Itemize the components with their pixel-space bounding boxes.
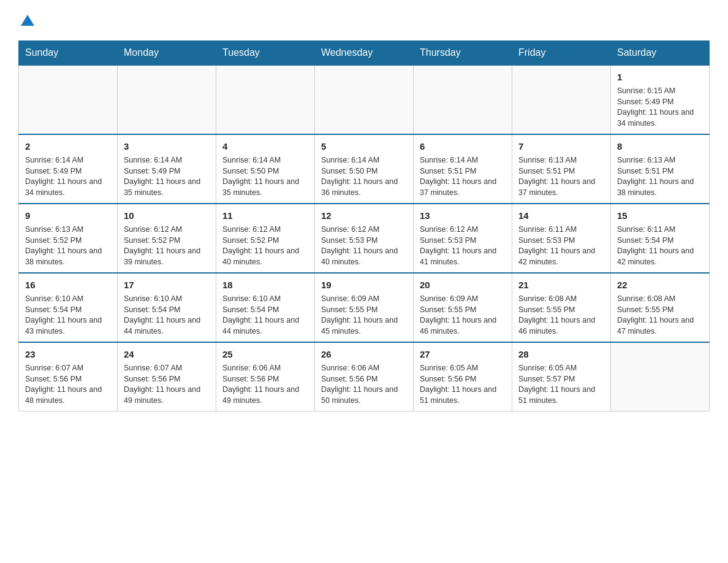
day-number: 11	[222, 209, 308, 222]
calendar-cell	[216, 65, 315, 134]
column-header-tuesday: Tuesday	[216, 41, 315, 66]
calendar-cell: 7Sunrise: 6:13 AM Sunset: 5:51 PM Daylig…	[512, 134, 611, 204]
day-number: 19	[321, 278, 407, 291]
day-info: Sunrise: 6:12 AM Sunset: 5:52 PM Dayligh…	[124, 224, 210, 267]
calendar-cell: 12Sunrise: 6:12 AM Sunset: 5:53 PM Dayli…	[315, 204, 414, 273]
day-info: Sunrise: 6:07 AM Sunset: 5:56 PM Dayligh…	[124, 363, 210, 406]
day-number: 25	[222, 348, 308, 361]
column-header-monday: Monday	[118, 41, 216, 66]
day-info: Sunrise: 6:14 AM Sunset: 5:51 PM Dayligh…	[420, 155, 506, 198]
day-info: Sunrise: 6:07 AM Sunset: 5:56 PM Dayligh…	[25, 363, 111, 406]
calendar-cell: 25Sunrise: 6:06 AM Sunset: 5:56 PM Dayli…	[216, 342, 315, 412]
calendar-week-row: 9Sunrise: 6:13 AM Sunset: 5:52 PM Daylig…	[19, 204, 710, 273]
calendar-table: SundayMondayTuesdayWednesdayThursdayFrid…	[18, 40, 710, 412]
calendar-cell: 3Sunrise: 6:14 AM Sunset: 5:49 PM Daylig…	[118, 134, 216, 204]
calendar-cell: 15Sunrise: 6:11 AM Sunset: 5:54 PM Dayli…	[611, 204, 710, 273]
day-info: Sunrise: 6:15 AM Sunset: 5:49 PM Dayligh…	[617, 86, 703, 129]
calendar-cell: 9Sunrise: 6:13 AM Sunset: 5:52 PM Daylig…	[19, 204, 118, 273]
day-number: 6	[420, 140, 506, 153]
day-number: 22	[617, 278, 703, 291]
page-header	[18, 12, 710, 28]
column-header-saturday: Saturday	[611, 41, 710, 66]
day-number: 15	[617, 209, 703, 222]
logo-triangle-icon	[21, 15, 34, 26]
calendar-cell: 20Sunrise: 6:09 AM Sunset: 5:55 PM Dayli…	[414, 273, 512, 342]
calendar-cell: 10Sunrise: 6:12 AM Sunset: 5:52 PM Dayli…	[118, 204, 216, 273]
column-header-friday: Friday	[512, 41, 611, 66]
calendar-week-row: 23Sunrise: 6:07 AM Sunset: 5:56 PM Dayli…	[19, 342, 710, 412]
calendar-week-row: 1Sunrise: 6:15 AM Sunset: 5:49 PM Daylig…	[19, 65, 710, 134]
day-number: 16	[25, 278, 111, 291]
calendar-week-row: 16Sunrise: 6:10 AM Sunset: 5:54 PM Dayli…	[19, 273, 710, 342]
day-number: 1	[617, 71, 703, 83]
day-info: Sunrise: 6:14 AM Sunset: 5:50 PM Dayligh…	[222, 155, 308, 198]
calendar-cell: 16Sunrise: 6:10 AM Sunset: 5:54 PM Dayli…	[19, 273, 118, 342]
day-info: Sunrise: 6:12 AM Sunset: 5:52 PM Dayligh…	[222, 224, 308, 267]
calendar-cell: 11Sunrise: 6:12 AM Sunset: 5:52 PM Dayli…	[216, 204, 315, 273]
day-info: Sunrise: 6:09 AM Sunset: 5:55 PM Dayligh…	[321, 294, 407, 337]
calendar-cell: 19Sunrise: 6:09 AM Sunset: 5:55 PM Dayli…	[315, 273, 414, 342]
calendar-cell	[611, 342, 710, 412]
day-number: 10	[124, 209, 210, 222]
calendar-cell	[315, 65, 414, 134]
day-info: Sunrise: 6:10 AM Sunset: 5:54 PM Dayligh…	[222, 294, 308, 337]
calendar-cell: 13Sunrise: 6:12 AM Sunset: 5:53 PM Dayli…	[414, 204, 512, 273]
calendar-cell: 28Sunrise: 6:05 AM Sunset: 5:57 PM Dayli…	[512, 342, 611, 412]
calendar-cell: 26Sunrise: 6:06 AM Sunset: 5:56 PM Dayli…	[315, 342, 414, 412]
day-info: Sunrise: 6:09 AM Sunset: 5:55 PM Dayligh…	[420, 294, 506, 337]
calendar-cell: 23Sunrise: 6:07 AM Sunset: 5:56 PM Dayli…	[19, 342, 118, 412]
svg-marker-0	[21, 15, 34, 26]
day-number: 17	[124, 278, 210, 291]
calendar-cell: 17Sunrise: 6:10 AM Sunset: 5:54 PM Dayli…	[118, 273, 216, 342]
day-number: 12	[321, 209, 407, 222]
calendar-cell: 4Sunrise: 6:14 AM Sunset: 5:50 PM Daylig…	[216, 134, 315, 204]
day-number: 27	[420, 348, 506, 361]
day-info: Sunrise: 6:10 AM Sunset: 5:54 PM Dayligh…	[124, 294, 210, 337]
day-number: 8	[617, 140, 703, 153]
calendar-cell	[512, 65, 611, 134]
day-number: 14	[518, 209, 604, 222]
day-info: Sunrise: 6:10 AM Sunset: 5:54 PM Dayligh…	[25, 294, 111, 337]
logo	[18, 12, 34, 28]
column-header-thursday: Thursday	[414, 41, 512, 66]
day-number: 26	[321, 348, 407, 361]
day-info: Sunrise: 6:06 AM Sunset: 5:56 PM Dayligh…	[321, 363, 407, 406]
calendar-header-row: SundayMondayTuesdayWednesdayThursdayFrid…	[19, 41, 710, 66]
calendar-cell	[414, 65, 512, 134]
day-number: 18	[222, 278, 308, 291]
day-info: Sunrise: 6:14 AM Sunset: 5:49 PM Dayligh…	[124, 155, 210, 198]
calendar-cell: 1Sunrise: 6:15 AM Sunset: 5:49 PM Daylig…	[611, 65, 710, 134]
day-number: 9	[25, 209, 111, 222]
calendar-cell: 5Sunrise: 6:14 AM Sunset: 5:50 PM Daylig…	[315, 134, 414, 204]
calendar-cell: 6Sunrise: 6:14 AM Sunset: 5:51 PM Daylig…	[414, 134, 512, 204]
column-header-sunday: Sunday	[19, 41, 118, 66]
calendar-cell: 2Sunrise: 6:14 AM Sunset: 5:49 PM Daylig…	[19, 134, 118, 204]
day-number: 13	[420, 209, 506, 222]
day-number: 7	[518, 140, 604, 153]
calendar-cell: 14Sunrise: 6:11 AM Sunset: 5:53 PM Dayli…	[512, 204, 611, 273]
day-info: Sunrise: 6:13 AM Sunset: 5:51 PM Dayligh…	[617, 155, 703, 198]
day-info: Sunrise: 6:12 AM Sunset: 5:53 PM Dayligh…	[420, 224, 506, 267]
day-info: Sunrise: 6:12 AM Sunset: 5:53 PM Dayligh…	[321, 224, 407, 267]
day-number: 2	[25, 140, 111, 153]
day-number: 4	[222, 140, 308, 153]
day-info: Sunrise: 6:11 AM Sunset: 5:53 PM Dayligh…	[518, 224, 604, 267]
day-info: Sunrise: 6:14 AM Sunset: 5:50 PM Dayligh…	[321, 155, 407, 198]
column-header-wednesday: Wednesday	[315, 41, 414, 66]
calendar-cell: 27Sunrise: 6:05 AM Sunset: 5:56 PM Dayli…	[414, 342, 512, 412]
calendar-cell: 18Sunrise: 6:10 AM Sunset: 5:54 PM Dayli…	[216, 273, 315, 342]
day-number: 21	[518, 278, 604, 291]
day-number: 24	[124, 348, 210, 361]
calendar-cell: 22Sunrise: 6:08 AM Sunset: 5:55 PM Dayli…	[611, 273, 710, 342]
day-info: Sunrise: 6:11 AM Sunset: 5:54 PM Dayligh…	[617, 224, 703, 267]
calendar-week-row: 2Sunrise: 6:14 AM Sunset: 5:49 PM Daylig…	[19, 134, 710, 204]
calendar-cell: 8Sunrise: 6:13 AM Sunset: 5:51 PM Daylig…	[611, 134, 710, 204]
day-info: Sunrise: 6:08 AM Sunset: 5:55 PM Dayligh…	[617, 294, 703, 337]
day-info: Sunrise: 6:13 AM Sunset: 5:51 PM Dayligh…	[518, 155, 604, 198]
day-number: 28	[518, 348, 604, 361]
day-info: Sunrise: 6:05 AM Sunset: 5:56 PM Dayligh…	[420, 363, 506, 406]
calendar-cell: 24Sunrise: 6:07 AM Sunset: 5:56 PM Dayli…	[118, 342, 216, 412]
day-info: Sunrise: 6:06 AM Sunset: 5:56 PM Dayligh…	[222, 363, 308, 406]
day-number: 20	[420, 278, 506, 291]
day-info: Sunrise: 6:13 AM Sunset: 5:52 PM Dayligh…	[25, 224, 111, 267]
